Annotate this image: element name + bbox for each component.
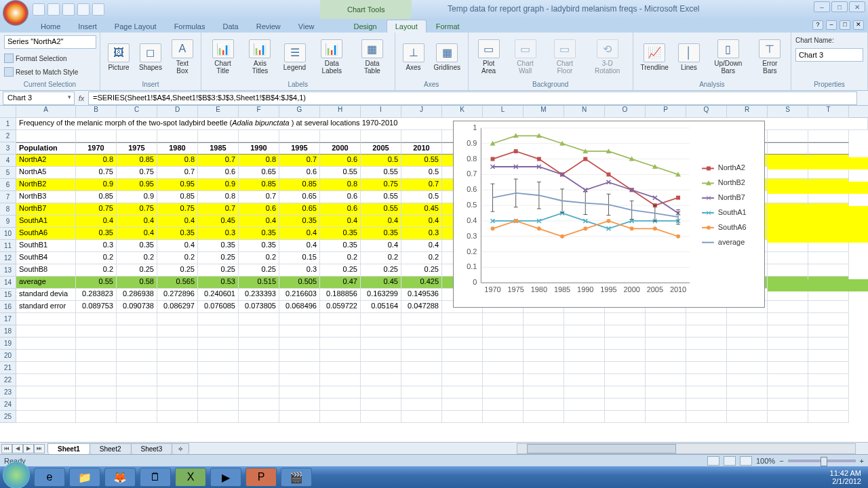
sheet-nav-last-icon[interactable]: ⏭ bbox=[34, 444, 45, 453]
cell[interactable] bbox=[686, 399, 727, 411]
cell[interactable]: 0.272896 bbox=[157, 289, 198, 301]
cell[interactable]: SouthB1 bbox=[16, 240, 76, 252]
column-header[interactable]: B bbox=[76, 106, 117, 118]
select-all-corner[interactable] bbox=[0, 106, 16, 118]
cell[interactable]: 0.4 bbox=[117, 216, 157, 228]
help-icon[interactable]: ? bbox=[812, 20, 823, 30]
cell[interactable] bbox=[401, 325, 442, 338]
cell[interactable]: NorthB2 bbox=[16, 179, 76, 191]
cell[interactable] bbox=[483, 411, 524, 423]
cell[interactable] bbox=[564, 374, 605, 386]
sheet-nav-prev-icon[interactable]: ◀ bbox=[12, 444, 23, 453]
cell[interactable] bbox=[239, 313, 279, 325]
cell[interactable] bbox=[483, 399, 524, 411]
sheet-tab-new[interactable]: ✧ bbox=[172, 443, 189, 454]
cell[interactable] bbox=[768, 338, 808, 350]
cell[interactable] bbox=[808, 301, 849, 313]
cell[interactable] bbox=[117, 350, 157, 362]
cell[interactable]: 0.25 bbox=[401, 264, 442, 277]
cell[interactable] bbox=[279, 411, 320, 423]
row-header[interactable]: 6 bbox=[0, 179, 16, 191]
column-header[interactable]: A bbox=[16, 106, 76, 118]
zoom-out-icon[interactable]: − bbox=[779, 457, 783, 465]
cell[interactable]: 0.286938 bbox=[117, 289, 157, 301]
cell[interactable]: 0.9 bbox=[76, 179, 117, 191]
view-page-layout-icon[interactable] bbox=[724, 456, 736, 466]
cell[interactable] bbox=[401, 130, 442, 142]
cell[interactable] bbox=[768, 386, 808, 399]
cell[interactable] bbox=[808, 338, 849, 350]
column-header[interactable]: T bbox=[808, 106, 849, 118]
name-box[interactable]: Chart 3 bbox=[3, 92, 75, 105]
cell[interactable] bbox=[361, 386, 401, 399]
row-header[interactable]: 16 bbox=[0, 301, 16, 313]
row-header[interactable]: 22 bbox=[0, 374, 16, 386]
column-header[interactable]: O bbox=[605, 106, 646, 118]
row-header[interactable]: 17 bbox=[0, 313, 16, 325]
cell[interactable] bbox=[198, 313, 239, 325]
cell[interactable] bbox=[483, 313, 524, 325]
cell[interactable] bbox=[198, 374, 239, 386]
cell[interactable] bbox=[76, 362, 117, 374]
cell[interactable]: 0.7 bbox=[198, 155, 239, 167]
cell[interactable]: 0.25 bbox=[361, 264, 401, 277]
cell[interactable] bbox=[727, 411, 768, 423]
cell[interactable] bbox=[768, 313, 808, 325]
cell[interactable]: 0.240601 bbox=[198, 289, 239, 301]
cell[interactable]: 0.9 bbox=[198, 179, 239, 191]
cell[interactable] bbox=[442, 338, 483, 350]
cell[interactable]: 0.505 bbox=[279, 277, 320, 289]
cell[interactable] bbox=[279, 338, 320, 350]
cell[interactable]: 0.15 bbox=[279, 252, 320, 264]
cell[interactable] bbox=[646, 399, 686, 411]
cell[interactable] bbox=[157, 374, 198, 386]
cell[interactable]: 2000 bbox=[320, 142, 361, 155]
cell[interactable] bbox=[117, 362, 157, 374]
cell[interactable]: 0.4 bbox=[239, 216, 279, 228]
cell[interactable] bbox=[605, 350, 646, 362]
cell[interactable]: 0.25 bbox=[157, 264, 198, 277]
cell[interactable] bbox=[76, 386, 117, 399]
cell[interactable] bbox=[808, 362, 849, 374]
cell[interactable]: 0.45 bbox=[401, 203, 442, 216]
cell[interactable] bbox=[646, 411, 686, 423]
taskbar-firefox-icon[interactable]: 🦊 bbox=[104, 468, 136, 487]
cell[interactable] bbox=[157, 362, 198, 374]
cell[interactable]: 0.8 bbox=[320, 179, 361, 191]
cell[interactable]: 0.85 bbox=[279, 179, 320, 191]
cell[interactable] bbox=[605, 386, 646, 399]
cell[interactable] bbox=[686, 362, 727, 374]
cell[interactable] bbox=[605, 411, 646, 423]
cell[interactable]: 0.8 bbox=[239, 155, 279, 167]
cell[interactable]: 0.4 bbox=[157, 240, 198, 252]
cell[interactable]: 0.75 bbox=[117, 203, 157, 216]
qat-new-icon[interactable] bbox=[33, 3, 45, 16]
cell[interactable]: 0.047288 bbox=[401, 301, 442, 313]
cell[interactable]: SouthA6 bbox=[16, 228, 76, 240]
cell[interactable] bbox=[157, 411, 198, 423]
cell[interactable]: 0.25 bbox=[320, 264, 361, 277]
cell[interactable]: 0.6 bbox=[320, 203, 361, 216]
cell[interactable]: 2010 bbox=[401, 142, 442, 155]
fx-icon[interactable]: fx bbox=[75, 94, 88, 102]
cell[interactable] bbox=[361, 374, 401, 386]
horizontal-scrollbar[interactable] bbox=[517, 443, 856, 454]
data-labels-button[interactable]: 📊Data Labels bbox=[312, 37, 351, 77]
tab-design[interactable]: Design bbox=[345, 20, 384, 33]
cell[interactable]: 0.35 bbox=[198, 240, 239, 252]
cell[interactable] bbox=[76, 399, 117, 411]
cell[interactable]: 0.35 bbox=[320, 228, 361, 240]
cell[interactable]: 0.089753 bbox=[76, 301, 117, 313]
cell[interactable] bbox=[686, 411, 727, 423]
chart-name-input[interactable] bbox=[795, 48, 863, 62]
cell[interactable] bbox=[320, 313, 361, 325]
updown-bars-button[interactable]: ▯Up/Down Bars bbox=[706, 37, 751, 77]
cell[interactable] bbox=[442, 411, 483, 423]
cell[interactable]: 0.216603 bbox=[279, 289, 320, 301]
cell[interactable] bbox=[727, 350, 768, 362]
cell[interactable]: 0.58 bbox=[117, 277, 157, 289]
cell[interactable]: Population bbox=[16, 142, 76, 155]
cell[interactable] bbox=[524, 362, 564, 374]
cell[interactable]: 0.068496 bbox=[279, 301, 320, 313]
cell[interactable]: 0.7 bbox=[401, 179, 442, 191]
